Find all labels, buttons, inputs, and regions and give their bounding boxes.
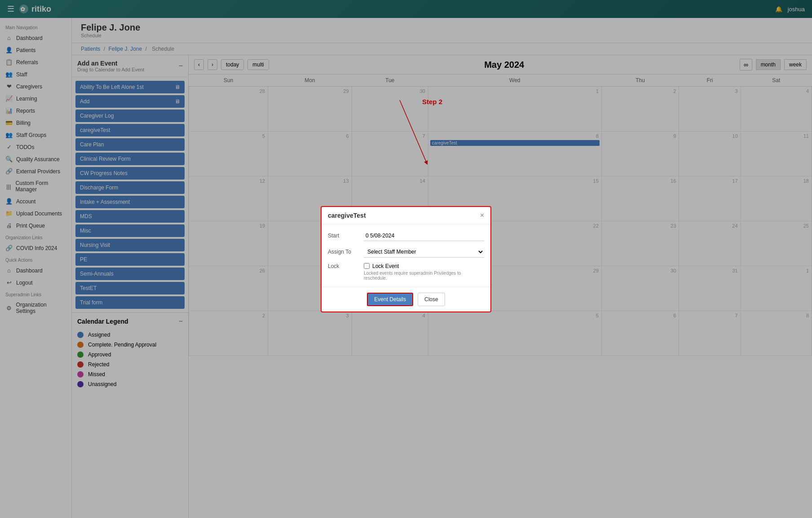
lock-description: Locked events require superadmin Priviie…: [364, 271, 484, 281]
lock-checkbox[interactable]: [364, 263, 370, 269]
start-label: Start: [328, 233, 364, 239]
modal: caregiveTest × Start Assign To Select St…: [321, 206, 491, 312]
assign-field: Assign To Select Staff Member: [328, 246, 484, 258]
assign-select[interactable]: Select Staff Member: [364, 246, 484, 258]
close-button[interactable]: Close: [418, 293, 445, 306]
start-input[interactable]: [364, 231, 484, 241]
modal-body: Start Assign To Select Staff Member Lock…: [322, 224, 490, 287]
lock-checkbox-label: Lock Event: [372, 263, 399, 269]
modal-overlay: caregiveTest × Start Assign To Select St…: [0, 0, 812, 518]
event-details-button[interactable]: Event Details: [367, 293, 413, 306]
lock-check-row: Lock Event: [364, 263, 484, 269]
start-field: Start: [328, 231, 484, 241]
modal-close-button[interactable]: ×: [480, 211, 484, 219]
lock-content: Lock Event Locked events require superad…: [364, 263, 484, 281]
lock-label: Lock: [328, 263, 339, 269]
modal-footer: Event Details Close: [322, 287, 490, 312]
modal-header: caregiveTest ×: [322, 207, 490, 224]
modal-title: caregiveTest: [328, 212, 366, 219]
lock-row: Lock Lock Event Locked events require su…: [328, 263, 484, 281]
assign-label: Assign To: [328, 249, 364, 255]
